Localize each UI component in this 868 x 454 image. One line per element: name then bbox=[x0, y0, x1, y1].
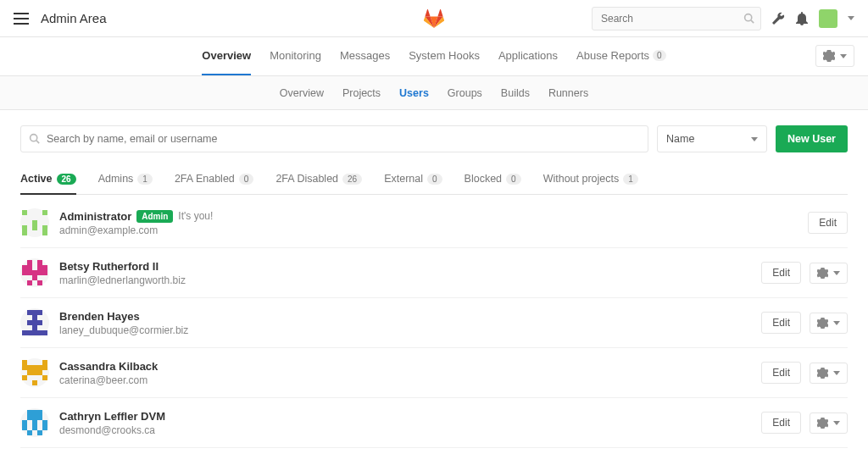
user-search[interactable] bbox=[20, 125, 648, 152]
svg-rect-7 bbox=[32, 220, 37, 225]
user-row: AdministratorAdminIt's you!admin@example… bbox=[20, 198, 848, 248]
filter-2fa-disabled[interactable]: 2FA Disabled26 bbox=[275, 164, 362, 195]
svg-rect-64 bbox=[42, 420, 47, 425]
user-name[interactable]: Cathryn Leffler DVM bbox=[59, 410, 761, 423]
user-row: Cassandra Kilbackcaterina@beer.comEdit bbox=[20, 348, 848, 398]
chevron-down-icon bbox=[833, 421, 840, 425]
global-search[interactable] bbox=[592, 7, 761, 30]
svg-rect-26 bbox=[27, 280, 32, 285]
svg-point-0 bbox=[745, 14, 752, 20]
search-input[interactable] bbox=[592, 7, 761, 30]
filter-blocked[interactable]: Blocked0 bbox=[465, 164, 521, 195]
svg-rect-11 bbox=[22, 230, 27, 235]
svg-rect-32 bbox=[32, 315, 37, 320]
filter-active[interactable]: Active26 bbox=[20, 164, 76, 195]
user-email: desmond@crooks.ca bbox=[59, 424, 761, 436]
user-name[interactable]: Cassandra Kilback bbox=[59, 360, 761, 373]
svg-rect-59 bbox=[32, 410, 37, 415]
subtab-projects[interactable]: Projects bbox=[342, 87, 381, 99]
search-icon bbox=[743, 13, 754, 24]
chevron-down-icon bbox=[751, 137, 758, 141]
user-row: Cecil Medhurstwinnifred@glover.co.ukEdit bbox=[20, 448, 848, 454]
user-actions-dropdown[interactable] bbox=[810, 313, 848, 334]
page-title: Admin Area bbox=[41, 11, 107, 25]
user-avatar-icon bbox=[20, 308, 49, 337]
user-name[interactable]: Brenden Hayes bbox=[59, 310, 761, 323]
primary-tabs: OverviewMonitoringMessagesSystem HooksAp… bbox=[202, 37, 665, 75]
filter-admins[interactable]: Admins1 bbox=[98, 164, 153, 195]
chevron-down-icon bbox=[833, 371, 840, 375]
svg-rect-46 bbox=[42, 365, 47, 370]
chevron-down-icon bbox=[833, 271, 840, 275]
user-list: AdministratorAdminIt's you!admin@example… bbox=[20, 198, 848, 454]
user-actions-dropdown[interactable] bbox=[810, 363, 848, 384]
tab-messages[interactable]: Messages bbox=[340, 37, 390, 75]
svg-rect-37 bbox=[22, 330, 27, 335]
svg-rect-43 bbox=[22, 360, 27, 365]
chevron-down-icon bbox=[833, 321, 840, 325]
svg-rect-44 bbox=[42, 360, 47, 365]
filter-external[interactable]: External0 bbox=[384, 164, 442, 195]
subtab-users[interactable]: Users bbox=[399, 87, 429, 99]
gear-icon bbox=[817, 268, 828, 279]
user-search-input[interactable] bbox=[20, 125, 648, 152]
user-actions-dropdown[interactable] bbox=[810, 412, 848, 434]
wrench-icon[interactable] bbox=[771, 12, 785, 25]
svg-rect-63 bbox=[22, 420, 27, 425]
user-email: caterina@beer.com bbox=[59, 374, 761, 386]
user-avatar[interactable] bbox=[819, 9, 837, 28]
edit-button[interactable]: Edit bbox=[761, 312, 801, 334]
subtab-groups[interactable]: Groups bbox=[448, 87, 482, 99]
svg-rect-24 bbox=[32, 270, 37, 275]
edit-button[interactable]: Edit bbox=[761, 412, 801, 434]
user-avatar-icon bbox=[20, 208, 49, 237]
tab-system-hooks[interactable]: System Hooks bbox=[409, 37, 480, 75]
svg-rect-5 bbox=[22, 210, 27, 215]
svg-rect-15 bbox=[37, 260, 42, 265]
subtab-builds[interactable]: Builds bbox=[501, 87, 530, 99]
svg-rect-40 bbox=[37, 330, 42, 335]
user-row: Betsy Rutherford IImarlin@lednerlangwort… bbox=[20, 248, 848, 298]
svg-rect-50 bbox=[27, 370, 32, 375]
svg-rect-16 bbox=[22, 265, 27, 270]
svg-rect-30 bbox=[37, 310, 42, 315]
filter-2fa-enabled[interactable]: 2FA Enabled0 bbox=[175, 164, 253, 195]
edit-button[interactable]: Edit bbox=[808, 212, 848, 234]
tab-applications[interactable]: Applications bbox=[498, 37, 558, 75]
menu-icon[interactable] bbox=[14, 13, 29, 25]
subtab-overview[interactable]: Overview bbox=[280, 87, 324, 99]
svg-rect-57 bbox=[27, 410, 32, 415]
svg-rect-47 bbox=[27, 365, 32, 370]
svg-rect-51 bbox=[37, 370, 42, 375]
svg-rect-53 bbox=[22, 375, 27, 380]
edit-button[interactable]: Edit bbox=[761, 262, 801, 284]
bell-icon[interactable] bbox=[795, 12, 809, 25]
subtab-runners[interactable]: Runners bbox=[548, 87, 588, 99]
svg-rect-60 bbox=[27, 415, 32, 420]
svg-rect-20 bbox=[22, 270, 27, 275]
tab-overview[interactable]: Overview bbox=[202, 37, 251, 75]
user-actions-dropdown[interactable] bbox=[810, 263, 848, 284]
svg-rect-62 bbox=[32, 415, 37, 420]
svg-rect-23 bbox=[37, 270, 42, 275]
user-name[interactable]: AdministratorAdminIt's you! bbox=[59, 210, 808, 223]
svg-rect-68 bbox=[32, 425, 37, 430]
svg-line-1 bbox=[751, 19, 754, 22]
svg-rect-25 bbox=[32, 275, 37, 280]
user-name[interactable]: Betsy Rutherford II bbox=[59, 260, 761, 273]
edit-button[interactable]: Edit bbox=[761, 362, 801, 384]
settings-dropdown[interactable] bbox=[815, 45, 854, 67]
gitlab-logo[interactable] bbox=[424, 8, 444, 29]
new-user-button[interactable]: New User bbox=[776, 125, 848, 152]
svg-rect-9 bbox=[42, 225, 47, 230]
svg-rect-19 bbox=[37, 265, 42, 270]
tab-monitoring[interactable]: Monitoring bbox=[270, 37, 321, 75]
tab-abuse-reports[interactable]: Abuse Reports0 bbox=[576, 37, 666, 75]
svg-rect-22 bbox=[27, 270, 32, 275]
its-you-label: It's you! bbox=[178, 210, 213, 222]
svg-rect-45 bbox=[22, 365, 27, 370]
filter-without-projects[interactable]: Without projects1 bbox=[543, 164, 638, 195]
sort-dropdown[interactable]: Name bbox=[657, 125, 767, 152]
chevron-down-icon bbox=[840, 54, 847, 58]
svg-rect-34 bbox=[37, 320, 42, 325]
